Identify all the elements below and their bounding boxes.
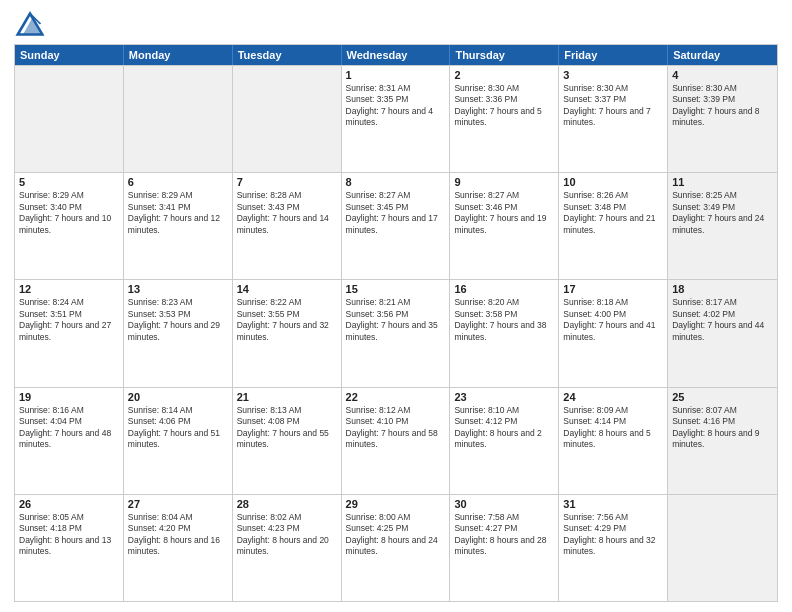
day-number: 29: [346, 498, 446, 510]
day-cell-29: 29Sunrise: 8:00 AM Sunset: 4:25 PM Dayli…: [342, 495, 451, 601]
header-day-saturday: Saturday: [668, 45, 777, 65]
day-number: 16: [454, 283, 554, 295]
cell-detail: Sunrise: 8:09 AM Sunset: 4:14 PM Dayligh…: [563, 405, 663, 451]
cell-detail: Sunrise: 8:17 AM Sunset: 4:02 PM Dayligh…: [672, 297, 773, 343]
day-number: 1: [346, 69, 446, 81]
day-cell-2: 2Sunrise: 8:30 AM Sunset: 3:36 PM Daylig…: [450, 66, 559, 172]
day-cell-14: 14Sunrise: 8:22 AM Sunset: 3:55 PM Dayli…: [233, 280, 342, 386]
day-number: 12: [19, 283, 119, 295]
day-cell-1: 1Sunrise: 8:31 AM Sunset: 3:35 PM Daylig…: [342, 66, 451, 172]
logo: [14, 10, 50, 38]
day-cell-23: 23Sunrise: 8:10 AM Sunset: 4:12 PM Dayli…: [450, 388, 559, 494]
header-day-tuesday: Tuesday: [233, 45, 342, 65]
cell-detail: Sunrise: 8:12 AM Sunset: 4:10 PM Dayligh…: [346, 405, 446, 451]
cell-detail: Sunrise: 8:28 AM Sunset: 3:43 PM Dayligh…: [237, 190, 337, 236]
day-cell-18: 18Sunrise: 8:17 AM Sunset: 4:02 PM Dayli…: [668, 280, 777, 386]
header-day-sunday: Sunday: [15, 45, 124, 65]
cell-detail: Sunrise: 8:00 AM Sunset: 4:25 PM Dayligh…: [346, 512, 446, 558]
day-cell-16: 16Sunrise: 8:20 AM Sunset: 3:58 PM Dayli…: [450, 280, 559, 386]
day-number: 30: [454, 498, 554, 510]
day-number: 26: [19, 498, 119, 510]
calendar-week-4: 19Sunrise: 8:16 AM Sunset: 4:04 PM Dayli…: [15, 387, 777, 494]
calendar-week-3: 12Sunrise: 8:24 AM Sunset: 3:51 PM Dayli…: [15, 279, 777, 386]
day-cell-11: 11Sunrise: 8:25 AM Sunset: 3:49 PM Dayli…: [668, 173, 777, 279]
cell-detail: Sunrise: 8:02 AM Sunset: 4:23 PM Dayligh…: [237, 512, 337, 558]
cell-detail: Sunrise: 8:23 AM Sunset: 3:53 PM Dayligh…: [128, 297, 228, 343]
day-number: 4: [672, 69, 773, 81]
day-cell-20: 20Sunrise: 8:14 AM Sunset: 4:06 PM Dayli…: [124, 388, 233, 494]
day-number: 5: [19, 176, 119, 188]
calendar-week-2: 5Sunrise: 8:29 AM Sunset: 3:40 PM Daylig…: [15, 172, 777, 279]
empty-cell-0-1: [124, 66, 233, 172]
day-cell-9: 9Sunrise: 8:27 AM Sunset: 3:46 PM Daylig…: [450, 173, 559, 279]
header-day-monday: Monday: [124, 45, 233, 65]
day-cell-31: 31Sunrise: 7:56 AM Sunset: 4:29 PM Dayli…: [559, 495, 668, 601]
day-number: 24: [563, 391, 663, 403]
day-number: 3: [563, 69, 663, 81]
cell-detail: Sunrise: 8:10 AM Sunset: 4:12 PM Dayligh…: [454, 405, 554, 451]
cell-detail: Sunrise: 8:22 AM Sunset: 3:55 PM Dayligh…: [237, 297, 337, 343]
cell-detail: Sunrise: 8:27 AM Sunset: 3:46 PM Dayligh…: [454, 190, 554, 236]
day-cell-24: 24Sunrise: 8:09 AM Sunset: 4:14 PM Dayli…: [559, 388, 668, 494]
calendar: SundayMondayTuesdayWednesdayThursdayFrid…: [14, 44, 778, 602]
day-cell-22: 22Sunrise: 8:12 AM Sunset: 4:10 PM Dayli…: [342, 388, 451, 494]
day-cell-15: 15Sunrise: 8:21 AM Sunset: 3:56 PM Dayli…: [342, 280, 451, 386]
cell-detail: Sunrise: 8:30 AM Sunset: 3:37 PM Dayligh…: [563, 83, 663, 129]
logo-icon: [14, 10, 46, 38]
day-number: 21: [237, 391, 337, 403]
day-number: 19: [19, 391, 119, 403]
cell-detail: Sunrise: 8:29 AM Sunset: 3:40 PM Dayligh…: [19, 190, 119, 236]
day-number: 17: [563, 283, 663, 295]
calendar-week-5: 26Sunrise: 8:05 AM Sunset: 4:18 PM Dayli…: [15, 494, 777, 601]
day-cell-12: 12Sunrise: 8:24 AM Sunset: 3:51 PM Dayli…: [15, 280, 124, 386]
day-cell-13: 13Sunrise: 8:23 AM Sunset: 3:53 PM Dayli…: [124, 280, 233, 386]
cell-detail: Sunrise: 8:27 AM Sunset: 3:45 PM Dayligh…: [346, 190, 446, 236]
cell-detail: Sunrise: 8:18 AM Sunset: 4:00 PM Dayligh…: [563, 297, 663, 343]
day-cell-3: 3Sunrise: 8:30 AM Sunset: 3:37 PM Daylig…: [559, 66, 668, 172]
day-number: 6: [128, 176, 228, 188]
calendar-week-1: 1Sunrise: 8:31 AM Sunset: 3:35 PM Daylig…: [15, 65, 777, 172]
day-cell-6: 6Sunrise: 8:29 AM Sunset: 3:41 PM Daylig…: [124, 173, 233, 279]
day-cell-17: 17Sunrise: 8:18 AM Sunset: 4:00 PM Dayli…: [559, 280, 668, 386]
day-number: 25: [672, 391, 773, 403]
page: SundayMondayTuesdayWednesdayThursdayFrid…: [0, 0, 792, 612]
day-number: 11: [672, 176, 773, 188]
day-number: 8: [346, 176, 446, 188]
day-number: 15: [346, 283, 446, 295]
day-number: 13: [128, 283, 228, 295]
empty-cell-0-0: [15, 66, 124, 172]
header-day-wednesday: Wednesday: [342, 45, 451, 65]
day-cell-8: 8Sunrise: 8:27 AM Sunset: 3:45 PM Daylig…: [342, 173, 451, 279]
empty-cell-0-2: [233, 66, 342, 172]
day-number: 10: [563, 176, 663, 188]
cell-detail: Sunrise: 8:16 AM Sunset: 4:04 PM Dayligh…: [19, 405, 119, 451]
cell-detail: Sunrise: 7:56 AM Sunset: 4:29 PM Dayligh…: [563, 512, 663, 558]
cell-detail: Sunrise: 8:26 AM Sunset: 3:48 PM Dayligh…: [563, 190, 663, 236]
day-cell-7: 7Sunrise: 8:28 AM Sunset: 3:43 PM Daylig…: [233, 173, 342, 279]
cell-detail: Sunrise: 7:58 AM Sunset: 4:27 PM Dayligh…: [454, 512, 554, 558]
cell-detail: Sunrise: 8:04 AM Sunset: 4:20 PM Dayligh…: [128, 512, 228, 558]
cell-detail: Sunrise: 8:31 AM Sunset: 3:35 PM Dayligh…: [346, 83, 446, 129]
cell-detail: Sunrise: 8:21 AM Sunset: 3:56 PM Dayligh…: [346, 297, 446, 343]
day-cell-25: 25Sunrise: 8:07 AM Sunset: 4:16 PM Dayli…: [668, 388, 777, 494]
cell-detail: Sunrise: 8:05 AM Sunset: 4:18 PM Dayligh…: [19, 512, 119, 558]
day-cell-4: 4Sunrise: 8:30 AM Sunset: 3:39 PM Daylig…: [668, 66, 777, 172]
day-cell-19: 19Sunrise: 8:16 AM Sunset: 4:04 PM Dayli…: [15, 388, 124, 494]
header-day-friday: Friday: [559, 45, 668, 65]
cell-detail: Sunrise: 8:29 AM Sunset: 3:41 PM Dayligh…: [128, 190, 228, 236]
day-number: 31: [563, 498, 663, 510]
cell-detail: Sunrise: 8:30 AM Sunset: 3:36 PM Dayligh…: [454, 83, 554, 129]
header-day-thursday: Thursday: [450, 45, 559, 65]
day-number: 9: [454, 176, 554, 188]
day-number: 18: [672, 283, 773, 295]
day-cell-27: 27Sunrise: 8:04 AM Sunset: 4:20 PM Dayli…: [124, 495, 233, 601]
day-cell-26: 26Sunrise: 8:05 AM Sunset: 4:18 PM Dayli…: [15, 495, 124, 601]
day-cell-30: 30Sunrise: 7:58 AM Sunset: 4:27 PM Dayli…: [450, 495, 559, 601]
day-number: 14: [237, 283, 337, 295]
day-number: 23: [454, 391, 554, 403]
cell-detail: Sunrise: 8:07 AM Sunset: 4:16 PM Dayligh…: [672, 405, 773, 451]
header: [14, 10, 778, 38]
day-number: 7: [237, 176, 337, 188]
day-cell-5: 5Sunrise: 8:29 AM Sunset: 3:40 PM Daylig…: [15, 173, 124, 279]
day-number: 22: [346, 391, 446, 403]
